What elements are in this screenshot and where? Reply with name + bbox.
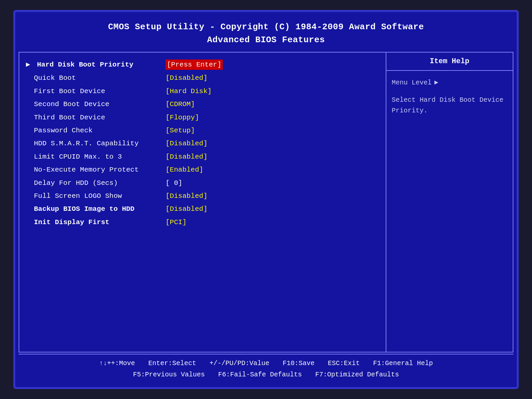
menu-item-value: [Floppy] <box>166 113 199 122</box>
bios-screen: CMOS Setup Utility - Copyright (C) 1984-… <box>13 10 519 389</box>
menu-item-label: Quick Boot <box>26 73 166 83</box>
bottom-line2: F5:Previous ValuesF6:Fail-Safe DefaultsF… <box>25 369 507 380</box>
menu-item-value: [Hard Disk] <box>166 86 212 96</box>
title-line1: CMOS Setup Utility - Copyright (C) 1984-… <box>19 21 513 34</box>
menu-item-label: Password Check <box>26 126 166 135</box>
bottom-key: F7:Optimized Defaults <box>315 369 399 380</box>
menu-item-label: HDD S.M.A.R.T. Capability <box>26 139 166 148</box>
title-line2: Advanced BIOS Features <box>19 34 513 47</box>
help-description: Select Hard Disk Boot Device Priority. <box>392 95 507 116</box>
menu-row[interactable]: Quick Boot[Disabled] <box>26 71 379 84</box>
menu-item-label: First Boot Device <box>26 86 166 96</box>
menu-item-label: Second Boot Device <box>26 99 166 109</box>
menu-row[interactable]: HDD S.M.A.R.T. Capability[Disabled] <box>26 137 379 150</box>
menu-row[interactable]: Full Screen LOGO Show[Disabled] <box>26 190 379 202</box>
menu-item-value: [Disabled] <box>166 204 207 214</box>
menu-item-value: [Disabled] <box>166 152 207 162</box>
menu-item-label: Limit CPUID Max. to 3 <box>26 152 166 162</box>
bottom-key: ESC:Exit <box>328 358 360 369</box>
menu-item-value: [Press Enter] <box>166 60 223 70</box>
menu-item-value: [PCI] <box>166 217 187 227</box>
menu-item-label: Full Screen LOGO Show <box>26 191 166 201</box>
item-help-content: Menu Level ► Select Hard Disk Boot Devic… <box>386 71 513 123</box>
bottom-key: ↑↓++:Move <box>99 358 135 369</box>
menu-item-label: Third Boot Device <box>26 113 166 122</box>
menu-item-arrow: ▶ <box>26 61 34 68</box>
menu-item-value: [ 0] <box>166 178 182 188</box>
bottom-key: F5:Previous Values <box>133 369 205 380</box>
menu-row[interactable]: Third Boot Device[Floppy] <box>26 111 379 124</box>
menu-row[interactable]: Delay For HDD (Secs)[ 0] <box>26 177 379 190</box>
bottom-line1: ↑↓++:MoveEnter:Select+/-/PU/PD:ValueF10:… <box>25 358 507 369</box>
bottom-key: F10:Save <box>283 358 315 369</box>
menu-row[interactable]: Init Display First[PCI] <box>26 216 379 229</box>
bottom-key: +/-/PU/PD:Value <box>209 358 269 369</box>
menu-row[interactable]: First Boot Device[Hard Disk] <box>26 85 379 98</box>
menu-row[interactable]: ▶ Hard Disk Boot Priority[Press Enter] <box>26 58 379 71</box>
menu-item-label: Backup BIOS Image to HDD <box>26 204 166 214</box>
bottom-key: F1:General Help <box>373 358 433 369</box>
bottom-key: F6:Fail-Safe Defaults <box>218 369 302 380</box>
menu-item-value: [Enabled] <box>166 165 203 175</box>
menu-item-value: [Setup] <box>166 126 195 135</box>
menu-row[interactable]: Limit CPUID Max. to 3[Disabled] <box>26 150 379 163</box>
menu-item-label: ▶ Hard Disk Boot Priority <box>26 60 166 69</box>
menu-item-label: Init Display First <box>26 217 166 227</box>
menu-item-label: Delay For HDD (Secs) <box>26 178 166 188</box>
menu-item-value: [CDROM] <box>166 99 195 109</box>
bottom-bar: ↑↓++:MoveEnter:Select+/-/PU/PD:ValueF10:… <box>19 354 513 384</box>
menu-item-label: No-Execute Memory Protect <box>26 165 166 175</box>
left-panel: ▶ Hard Disk Boot Priority[Press Enter]Qu… <box>19 53 386 352</box>
menu-row[interactable]: Password Check[Setup] <box>26 124 379 137</box>
menu-level-row: Menu Level ► <box>392 77 507 88</box>
menu-item-value: [Disabled] <box>166 73 207 83</box>
main-content: ▶ Hard Disk Boot Priority[Press Enter]Qu… <box>19 52 513 352</box>
menu-item-value: [Disabled] <box>166 139 207 148</box>
right-panel: Item Help Menu Level ► Select Hard Disk … <box>386 53 513 352</box>
menu-row[interactable]: Second Boot Device[CDROM] <box>26 98 379 111</box>
menu-level-label: Menu Level <box>392 77 432 88</box>
menu-level-arrow: ► <box>434 77 438 88</box>
title-bar: CMOS Setup Utility - Copyright (C) 1984-… <box>19 15 513 51</box>
menu-row[interactable]: Backup BIOS Image to HDD[Disabled] <box>26 202 379 215</box>
bottom-key: Enter:Select <box>148 358 196 369</box>
item-help-header: Item Help <box>386 53 513 71</box>
menu-item-value: [Disabled] <box>166 191 207 201</box>
menu-row[interactable]: No-Execute Memory Protect[Enabled] <box>26 163 379 176</box>
